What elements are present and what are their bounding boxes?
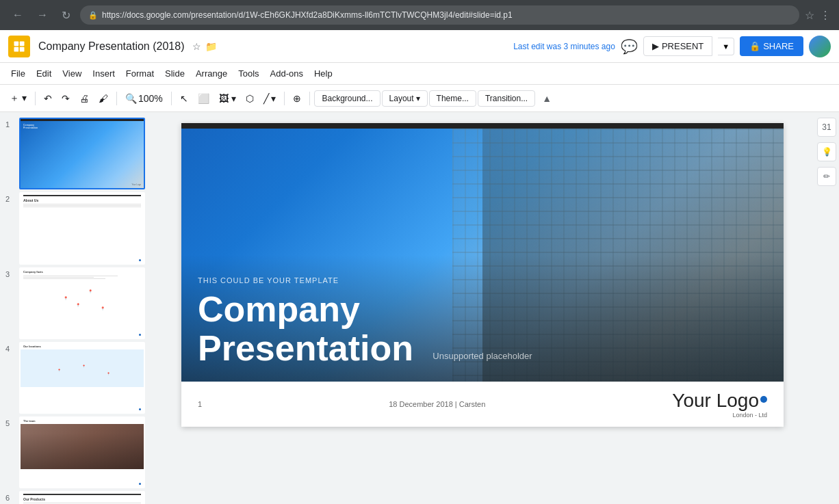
collapse-toolbar-button[interactable]: ▲ [542, 93, 552, 104]
calendar-icon: 31 [822, 122, 831, 132]
user-avatar[interactable] [809, 36, 831, 57]
menu-file[interactable]: File [5, 66, 31, 81]
slide-thumb-5[interactable]: The team [19, 416, 145, 488]
bookmark-button[interactable]: ☆ [805, 9, 814, 22]
slide-thumb-3[interactable]: Company facts 📍 📍 📍 📍 [19, 267, 145, 339]
slide-item-5[interactable]: 5 The team [5, 416, 145, 488]
canvas-area[interactable]: THIS COULD BE YOUR TEMPLATE Company Pres… [151, 112, 814, 504]
slide-thumb-2[interactable]: About Us [19, 192, 145, 264]
share-label: SHARE [763, 41, 794, 51]
lock-share-icon: 🔒 [749, 41, 760, 51]
transition-button[interactable]: Transition... [478, 90, 535, 107]
slide-item-1[interactable]: 1 CompanyPresentation Your Logo [5, 118, 145, 189]
address-bar[interactable]: 🔒 https://docs.google.com/presentation/d… [80, 5, 799, 25]
image-button[interactable]: 🖼 ▾ [215, 90, 240, 107]
svg-rect-3 [20, 47, 25, 51]
extra-button[interactable]: ⊕ [289, 90, 305, 107]
line-button[interactable]: ╱ ▾ [259, 90, 281, 107]
menu-edit[interactable]: Edit [31, 66, 57, 81]
shapes-button[interactable]: ⬡ [242, 90, 258, 107]
menu-view[interactable]: View [57, 66, 87, 81]
menu-format[interactable]: Format [120, 66, 159, 81]
present-button[interactable]: ▶ PRESENT [643, 36, 712, 56]
slide-thumb-4[interactable]: Our locations 📍 📍 📍 [19, 342, 145, 414]
lock-icon: 🔒 [88, 11, 98, 20]
slide-thumb-1[interactable]: CompanyPresentation Your Logo [19, 118, 145, 189]
back-button[interactable]: ← [8, 6, 27, 24]
slide6-title: Our Products [21, 495, 144, 502]
slide-number-1: 1 [5, 120, 15, 129]
menu-help[interactable]: Help [309, 66, 338, 81]
slide-item-6[interactable]: 6 Our Products [5, 491, 145, 504]
calendar-button[interactable]: 31 [817, 118, 836, 137]
present-dropdown-button[interactable]: ▼ [718, 38, 734, 55]
menu-button[interactable]: ⋮ [820, 9, 831, 22]
cursor-button[interactable]: ↖ [176, 90, 192, 107]
right-sidebar: 31 💡 ✏ [814, 112, 839, 504]
slide3-title: Company facts [21, 269, 144, 275]
app-logo [8, 36, 30, 57]
slide-item-3[interactable]: 3 Company facts 📍 📍 📍 📍 [5, 267, 145, 339]
print-button[interactable]: 🖨 [75, 90, 93, 107]
forward-button[interactable]: → [33, 6, 52, 24]
zoom-button[interactable]: 🔍 100% [121, 90, 167, 107]
slide-top-bar [181, 123, 784, 129]
folder-button[interactable]: 📁 [205, 41, 217, 52]
slide-item-4[interactable]: 4 Our locations 📍 📍 📍 [5, 342, 145, 414]
menu-insert[interactable]: Insert [87, 66, 120, 81]
pencil-button[interactable]: ✏ [817, 167, 836, 186]
present-label: PRESENT [662, 41, 704, 51]
slide-number-6: 6 [5, 494, 15, 502]
slide-number-5: 5 [5, 419, 15, 427]
redo-button[interactable]: ↷ [57, 90, 74, 107]
menu-tools[interactable]: Tools [233, 66, 264, 81]
slide-footer: 1 18 December 2018 | Carsten Your Logo L… [181, 382, 784, 427]
slide-page-number: 1 [198, 400, 202, 408]
svg-rect-2 [14, 47, 19, 51]
slide-main-content: THIS COULD BE YOUR TEMPLATE Company Pres… [181, 123, 784, 427]
undo-button[interactable]: ↶ [40, 90, 56, 107]
document-title[interactable]: Company Presentation (2018) [38, 40, 184, 53]
bulb-button[interactable]: 💡 [817, 142, 836, 161]
divider-1 [35, 92, 36, 105]
theme-button[interactable]: Theme... [429, 90, 476, 107]
layout-label: Layout [389, 94, 414, 103]
divider-3 [171, 92, 172, 105]
last-edit-text: Last edit was 3 minutes ago [513, 42, 615, 51]
layout-button[interactable]: Layout ▾ [382, 90, 428, 107]
divider-2 [116, 92, 117, 105]
add-button[interactable]: ＋ ▾ [5, 90, 31, 107]
menu-slide[interactable]: Slide [159, 66, 190, 81]
text-box-button[interactable]: ⬜ [194, 90, 214, 107]
divider-5 [309, 92, 310, 105]
svg-rect-1 [20, 41, 25, 46]
building-graphic [452, 129, 784, 382]
menu-bar: File Edit View Insert Format Slide Arran… [0, 63, 839, 85]
menu-addons[interactable]: Add-ons [265, 66, 309, 81]
header-right: Last edit was 3 minutes ago 💬 ▶ PRESENT … [505, 36, 831, 57]
layout-dropdown-icon: ▾ [416, 94, 420, 103]
slide4-title: Our locations [21, 343, 144, 349]
share-button[interactable]: 🔒 SHARE [740, 36, 803, 56]
refresh-button[interactable]: ↻ [57, 6, 75, 25]
menu-arrange[interactable]: Arrange [190, 66, 233, 81]
slide-item-2[interactable]: 2 About Us [5, 192, 145, 264]
main-content: 1 CompanyPresentation Your Logo 2 [0, 112, 839, 504]
browser-chrome: ← → ↻ 🔒 https://docs.google.com/presenta… [0, 0, 839, 30]
header-icons: ☆ 📁 [192, 41, 217, 52]
slide-hero: THIS COULD BE YOUR TEMPLATE Company Pres… [181, 129, 784, 382]
background-button[interactable]: Background... [314, 90, 380, 107]
title-line1: Company [198, 289, 360, 329]
slide-thumb-6[interactable]: Our Products [19, 491, 145, 504]
slide-number-3: 3 [5, 270, 15, 278]
hero-text: THIS COULD BE YOUR TEMPLATE Company Pres… [181, 263, 430, 382]
slide-footer-text: 18 December 2018 | Carsten [389, 400, 485, 408]
slide5-title: The team [21, 418, 144, 424]
chat-button[interactable]: 💬 [621, 38, 638, 55]
slide-number-4: 4 [5, 345, 15, 353]
zoom-icon: 🔍 [125, 93, 137, 104]
unsupported-placeholder: Unsupported placeholder [433, 351, 532, 361]
toolbar: ＋ ▾ ↶ ↷ 🖨 🖌 🔍 100% ↖ ⬜ 🖼 ▾ ⬡ ╱ ▾ ⊕ Backg… [0, 85, 839, 112]
star-button[interactable]: ☆ [192, 41, 201, 52]
paint-format-button[interactable]: 🖌 [94, 90, 112, 107]
